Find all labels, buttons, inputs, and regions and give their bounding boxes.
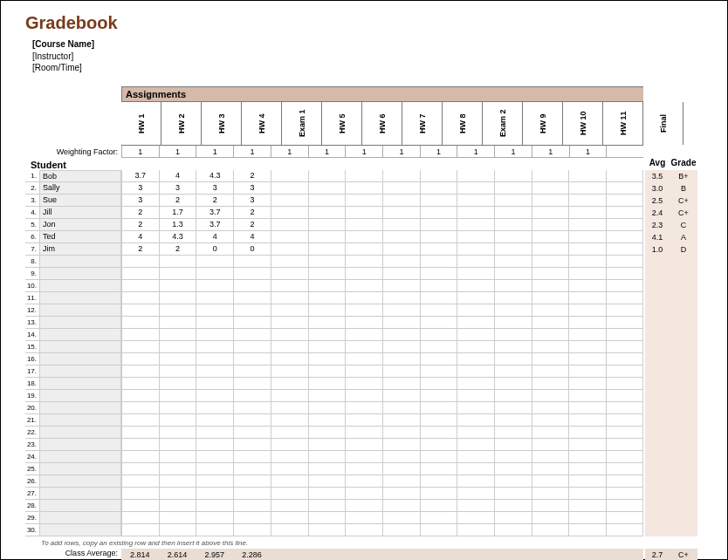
- score-cell[interactable]: [271, 182, 308, 195]
- score-cell[interactable]: [382, 488, 420, 500]
- score-cell[interactable]: [420, 365, 457, 378]
- score-cell[interactable]: [420, 304, 457, 317]
- score-cell[interactable]: [345, 280, 382, 292]
- score-cell[interactable]: [420, 256, 457, 268]
- score-cell[interactable]: [271, 317, 308, 329]
- score-cell[interactable]: [420, 219, 457, 231]
- score-cell[interactable]: [382, 256, 420, 268]
- score-cell[interactable]: [308, 243, 346, 256]
- score-cell[interactable]: [382, 512, 420, 524]
- score-cell[interactable]: [457, 353, 494, 365]
- score-cell[interactable]: [532, 500, 569, 512]
- score-cell[interactable]: [420, 195, 457, 207]
- score-cell[interactable]: [345, 219, 382, 231]
- score-cell[interactable]: [159, 292, 196, 304]
- score-cell[interactable]: [457, 231, 494, 243]
- score-cell[interactable]: [233, 439, 271, 451]
- score-cell[interactable]: [308, 488, 346, 500]
- score-cell[interactable]: [457, 207, 494, 219]
- score-cell[interactable]: [532, 475, 569, 488]
- score-cell[interactable]: [121, 390, 159, 402]
- score-cell[interactable]: [568, 475, 606, 488]
- score-cell[interactable]: [420, 182, 457, 195]
- score-cell[interactable]: [233, 365, 271, 378]
- score-cell[interactable]: [606, 488, 643, 500]
- score-cell[interactable]: [494, 243, 532, 256]
- score-cell[interactable]: [568, 512, 606, 524]
- score-cell[interactable]: [606, 231, 643, 243]
- score-cell[interactable]: [121, 463, 159, 475]
- score-cell[interactable]: [457, 329, 494, 341]
- score-cell[interactable]: [121, 439, 159, 451]
- score-cell[interactable]: [233, 317, 271, 329]
- score-cell[interactable]: [233, 414, 271, 427]
- score-cell[interactable]: [494, 390, 532, 402]
- score-cell[interactable]: [345, 427, 382, 439]
- student-name-cell[interactable]: [39, 524, 121, 536]
- score-cell[interactable]: [308, 512, 346, 524]
- score-cell[interactable]: 2: [121, 243, 159, 256]
- score-cell[interactable]: [271, 256, 308, 268]
- weight-cell[interactable]: 1: [345, 146, 382, 157]
- score-cell[interactable]: [457, 451, 494, 463]
- score-cell[interactable]: [606, 292, 643, 304]
- score-cell[interactable]: [196, 304, 233, 317]
- weight-cell[interactable]: 1: [569, 146, 607, 157]
- score-cell[interactable]: [420, 292, 457, 304]
- score-cell[interactable]: [159, 329, 196, 341]
- score-cell[interactable]: [345, 475, 382, 488]
- score-cell[interactable]: [532, 451, 569, 463]
- weight-cell[interactable]: 1: [121, 146, 159, 157]
- score-cell[interactable]: [196, 292, 233, 304]
- score-cell[interactable]: [121, 414, 159, 427]
- score-cell[interactable]: [121, 427, 159, 439]
- score-cell[interactable]: 2: [196, 195, 233, 207]
- score-cell[interactable]: [196, 427, 233, 439]
- score-cell[interactable]: [494, 500, 532, 512]
- score-cell[interactable]: [345, 512, 382, 524]
- score-cell[interactable]: [345, 500, 382, 512]
- score-cell[interactable]: [271, 463, 308, 475]
- score-cell[interactable]: [159, 524, 196, 536]
- score-cell[interactable]: [494, 463, 532, 475]
- score-cell[interactable]: [420, 207, 457, 219]
- score-cell[interactable]: [345, 243, 382, 256]
- score-cell[interactable]: [308, 207, 346, 219]
- score-cell[interactable]: 4: [233, 231, 271, 243]
- score-cell[interactable]: [308, 304, 346, 317]
- score-cell[interactable]: [494, 439, 532, 451]
- score-cell[interactable]: [308, 317, 346, 329]
- score-cell[interactable]: [494, 365, 532, 378]
- score-cell[interactable]: [196, 512, 233, 524]
- score-cell[interactable]: [121, 475, 159, 488]
- score-cell[interactable]: [457, 427, 494, 439]
- score-cell[interactable]: 0: [233, 243, 271, 256]
- weight-cell[interactable]: 1: [494, 146, 532, 157]
- score-cell[interactable]: 1.7: [159, 207, 196, 219]
- score-cell[interactable]: [345, 182, 382, 195]
- student-name-cell[interactable]: [39, 378, 121, 390]
- score-cell[interactable]: [532, 439, 569, 451]
- score-cell[interactable]: [308, 524, 346, 536]
- score-cell[interactable]: [532, 390, 569, 402]
- score-cell[interactable]: [196, 390, 233, 402]
- score-cell[interactable]: [568, 182, 606, 195]
- score-cell[interactable]: [494, 207, 532, 219]
- score-cell[interactable]: [494, 451, 532, 463]
- score-cell[interactable]: [568, 219, 606, 231]
- score-cell[interactable]: [196, 280, 233, 292]
- score-cell[interactable]: [382, 414, 420, 427]
- score-cell[interactable]: [606, 182, 643, 195]
- score-cell[interactable]: [196, 451, 233, 463]
- score-cell[interactable]: [382, 268, 420, 280]
- score-cell[interactable]: [345, 365, 382, 378]
- score-cell[interactable]: 3: [121, 195, 159, 207]
- score-cell[interactable]: 3: [196, 182, 233, 195]
- score-cell[interactable]: [159, 488, 196, 500]
- score-cell[interactable]: [382, 439, 420, 451]
- score-cell[interactable]: [532, 280, 569, 292]
- score-cell[interactable]: [420, 243, 457, 256]
- student-name-cell[interactable]: [39, 512, 121, 524]
- score-cell[interactable]: [159, 268, 196, 280]
- score-cell[interactable]: [121, 378, 159, 390]
